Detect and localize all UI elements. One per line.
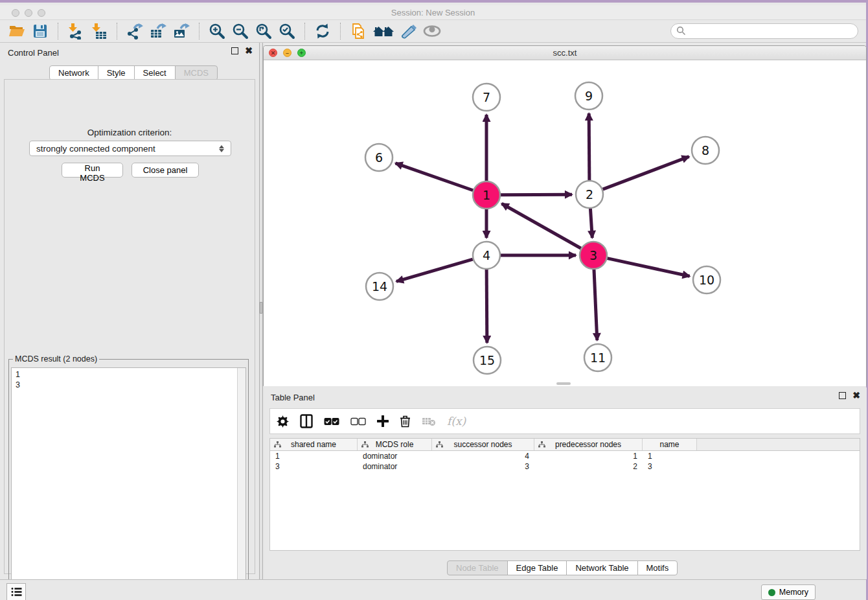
node-2[interactable]: 2 (576, 181, 603, 208)
edge-2-9[interactable] (589, 113, 589, 180)
gear-icon (277, 415, 289, 428)
trash-icon (400, 415, 411, 428)
node-15[interactable]: 15 (474, 347, 501, 374)
node-table: shared nameMCDS rolesuccessor nodesprede… (269, 438, 860, 551)
tab-select[interactable]: Select (134, 65, 176, 80)
select-all-button[interactable] (324, 417, 339, 426)
column-header-name[interactable]: name (643, 439, 697, 450)
edge-3-10[interactable] (607, 259, 689, 277)
import-table-button[interactable] (89, 21, 109, 41)
show-all-button[interactable] (371, 21, 396, 41)
edge-4-14[interactable] (396, 259, 473, 281)
node-9[interactable]: 9 (575, 82, 602, 110)
table-cell[interactable]: 3 (432, 461, 534, 472)
close-table-panel-icon[interactable]: ✖ (852, 392, 860, 399)
node-10[interactable]: 10 (693, 266, 720, 294)
table-cell[interactable]: 3 (270, 461, 358, 472)
hide-graphics-button[interactable] (398, 21, 419, 41)
float-table-panel-icon[interactable] (839, 392, 846, 399)
node-3[interactable]: 3 (580, 242, 607, 269)
node-1[interactable]: 1 (473, 181, 500, 209)
node-4[interactable]: 4 (473, 242, 500, 269)
select-all-icon (324, 417, 339, 426)
export-table-button[interactable] (148, 21, 168, 41)
delete-row-button[interactable] (400, 415, 411, 428)
column-label: successor nodes (453, 440, 512, 449)
tab-style[interactable]: Style (98, 65, 135, 80)
tab-edge-table[interactable]: Edge Table (507, 560, 567, 575)
mcds-result-lines: 13 (12, 368, 246, 391)
edge-4-15[interactable] (486, 270, 487, 343)
node-14[interactable]: 14 (366, 273, 393, 300)
zoom-out-icon (232, 23, 249, 40)
add-row-button[interactable] (377, 415, 389, 427)
table-row[interactable]: 3dominator323 (270, 461, 860, 472)
mcds-panel: Optimization criterion: strongly connect… (4, 79, 255, 574)
memory-button[interactable]: Memory (761, 584, 816, 600)
table-cell[interactable]: 1 (643, 451, 697, 461)
edge-1-2[interactable] (501, 194, 572, 195)
delete-table-button[interactable] (422, 417, 436, 426)
table-settings-button[interactable] (277, 415, 289, 428)
column-header-filler (697, 439, 860, 450)
run-mcds-button[interactable]: Run MCDS (62, 163, 123, 178)
edge-2-3[interactable] (590, 209, 592, 238)
show-columns-button[interactable] (300, 414, 313, 428)
zoom-fit-icon (255, 23, 272, 40)
tab-node-table[interactable]: Node Table (447, 560, 508, 575)
column-header-predecessor-nodes[interactable]: predecessor nodes (534, 439, 643, 450)
tab-mcds[interactable]: MCDS (175, 65, 218, 80)
zoom-out-button[interactable] (230, 21, 251, 41)
column-header-successor-nodes[interactable]: successor nodes (432, 439, 534, 450)
table-cell[interactable]: 4 (432, 451, 534, 461)
function-builder-button[interactable]: f(x) (447, 415, 466, 428)
task-history-button[interactable] (6, 583, 26, 600)
divider-handle[interactable] (260, 302, 262, 314)
table-cell[interactable]: 1 (534, 451, 643, 461)
table-cell[interactable]: 3 (643, 461, 697, 472)
refresh-view-button[interactable] (312, 21, 333, 41)
column-header-shared-name[interactable]: shared name (270, 439, 358, 450)
zoom-fit-button[interactable] (253, 21, 274, 41)
node-11[interactable]: 11 (584, 344, 611, 371)
close-panel-button[interactable]: Close panel (131, 163, 199, 178)
close-panel-icon[interactable]: ✖ (245, 47, 253, 54)
node-7[interactable]: 7 (473, 84, 500, 111)
network-canvas[interactable]: 7968124314101511 (264, 60, 866, 386)
node-6[interactable]: 6 (365, 144, 393, 171)
search-input[interactable] (670, 23, 858, 39)
application-window: Session: New Session (0, 3, 866, 600)
float-panel-icon[interactable] (231, 47, 238, 54)
node-label: 15 (479, 353, 495, 367)
export-image-button[interactable] (171, 21, 192, 41)
table-cell[interactable]: 1 (270, 451, 358, 461)
table-cell[interactable]: 2 (534, 461, 643, 472)
table-row[interactable]: 1dominator411 (270, 451, 860, 461)
table-cell[interactable]: dominator (358, 461, 432, 472)
result-scrollbar[interactable] (237, 368, 246, 600)
open-file-button[interactable] (6, 21, 27, 41)
zoom-in-button[interactable] (207, 21, 227, 41)
show-graphics-button[interactable] (422, 21, 442, 41)
network-graph[interactable]: 7968124314101511 (264, 60, 866, 386)
criterion-select[interactable]: strongly connected component (29, 141, 231, 156)
edge-3-1[interactable] (502, 203, 581, 248)
save-session-button[interactable] (30, 21, 51, 41)
column-header-MCDS-role[interactable]: MCDS role (358, 439, 432, 450)
edge-2-8[interactable] (603, 157, 689, 190)
column-label: shared name (291, 440, 336, 449)
column-type-icon (436, 441, 443, 448)
zoom-selected-button[interactable] (277, 21, 297, 41)
copy-network-button[interactable] (348, 21, 369, 41)
tab-network[interactable]: Network (49, 65, 98, 80)
network-hscrollbar[interactable] (556, 382, 571, 385)
node-8[interactable]: 8 (692, 137, 719, 164)
table-cell[interactable]: dominator (358, 451, 432, 461)
deselect-all-button[interactable] (350, 417, 366, 426)
tab-network-table[interactable]: Network Table (566, 560, 637, 575)
import-network-button[interactable] (65, 21, 86, 41)
edge-1-6[interactable] (395, 163, 473, 190)
export-network-button[interactable] (124, 21, 145, 41)
edge-3-11[interactable] (594, 270, 597, 340)
tab-motifs[interactable]: Motifs (637, 560, 678, 575)
